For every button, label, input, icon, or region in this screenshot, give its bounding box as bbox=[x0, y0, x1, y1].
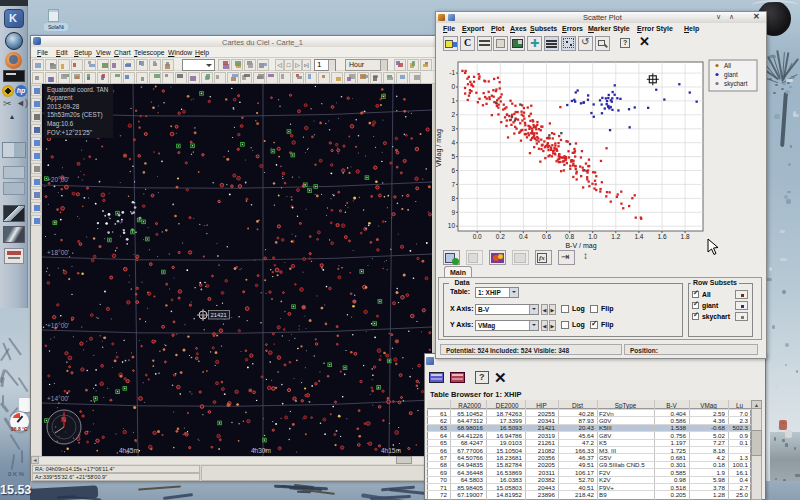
svg-text:8: 8 bbox=[451, 195, 455, 202]
svg-text:1.4: 1.4 bbox=[634, 233, 643, 240]
svg-text:FOV:+12°21'25": FOV:+12°21'25" bbox=[47, 129, 92, 136]
svg-text:4h15m: 4h15m bbox=[381, 447, 401, 454]
svg-text:1.0: 1.0 bbox=[588, 233, 597, 240]
svg-text:+20°00': +20°00' bbox=[47, 176, 69, 183]
svg-text:0.2: 0.2 bbox=[496, 233, 505, 240]
svg-text:1: 1 bbox=[451, 97, 455, 104]
svg-text:0: 0 bbox=[451, 83, 455, 90]
svg-text:Mag:10.6: Mag:10.6 bbox=[47, 120, 74, 128]
svg-text:Equatorial coord. TAN: Equatorial coord. TAN bbox=[47, 86, 109, 94]
svg-text:0.6: 0.6 bbox=[542, 233, 551, 240]
svg-text:1.2: 1.2 bbox=[611, 233, 620, 240]
svg-text:7: 7 bbox=[451, 181, 455, 188]
svg-text:0.8: 0.8 bbox=[565, 233, 574, 240]
svg-text:4h30m: 4h30m bbox=[251, 447, 271, 454]
svg-text:4: 4 bbox=[451, 139, 455, 146]
svg-text:-1: -1 bbox=[449, 69, 455, 76]
svg-text:10: 10 bbox=[448, 222, 456, 229]
svg-text:Apparent: Apparent bbox=[47, 94, 73, 102]
svg-text:+16°00': +16°00' bbox=[47, 322, 69, 329]
svg-text:B-V / mag: B-V / mag bbox=[565, 242, 596, 250]
svg-text:skychart: skychart bbox=[724, 80, 748, 88]
svg-text:3: 3 bbox=[451, 125, 455, 132]
svg-text:1.8: 1.8 bbox=[681, 233, 690, 240]
svg-text:VMag / mag: VMag / mag bbox=[435, 129, 443, 167]
svg-text:giant: giant bbox=[724, 71, 738, 79]
svg-text:2: 2 bbox=[451, 111, 455, 118]
svg-text:0.4: 0.4 bbox=[519, 233, 528, 240]
svg-text:4h45m: 4h45m bbox=[119, 447, 139, 454]
svg-text:All: All bbox=[724, 62, 731, 69]
svg-text:2013-09-28: 2013-09-28 bbox=[47, 103, 80, 110]
svg-text:15h53m20s (CEST): 15h53m20s (CEST) bbox=[47, 111, 103, 119]
svg-text:21421: 21421 bbox=[211, 312, 227, 318]
svg-text:5: 5 bbox=[451, 153, 455, 160]
svg-text:6: 6 bbox=[451, 167, 455, 174]
svg-text:+18°00': +18°00' bbox=[47, 249, 69, 256]
svg-text:0.0: 0.0 bbox=[473, 233, 482, 240]
svg-text:1.6: 1.6 bbox=[657, 233, 666, 240]
svg-text:N: N bbox=[61, 416, 66, 423]
svg-text:9: 9 bbox=[451, 209, 455, 216]
svg-text:+14°00': +14°00' bbox=[47, 395, 69, 402]
